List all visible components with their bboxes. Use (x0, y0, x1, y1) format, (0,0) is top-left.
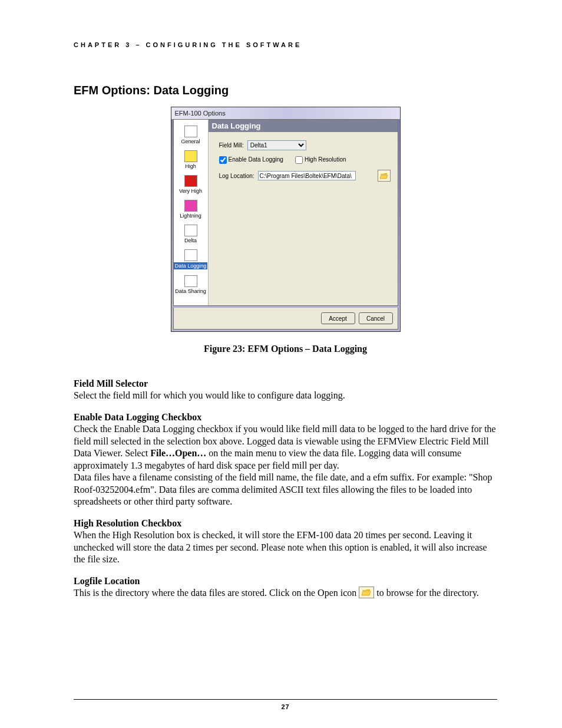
body-text: This is the directory where the data fil… (74, 588, 359, 598)
sidebar-item-veryhigh[interactable]: Very High (174, 173, 208, 197)
field-mill-select[interactable]: Delta1 (247, 140, 306, 150)
heading-enable-logging: Enable Data Logging Checkbox (74, 412, 201, 422)
datasharing-icon (184, 275, 197, 287)
sidebar-item-delta[interactable]: Delta (174, 222, 208, 247)
panel-title: Data Logging (209, 120, 398, 132)
cancel-button[interactable]: Cancel (359, 312, 393, 324)
options-dialog: EFM-100 Options General High Very High L… (171, 107, 401, 332)
bold-text: File…Open… (150, 448, 206, 458)
open-folder-icon (380, 172, 388, 179)
high-icon (184, 150, 197, 162)
sidebar-item-label: Delta (184, 238, 197, 243)
delta-icon (184, 225, 197, 236)
open-folder-icon (359, 587, 374, 598)
figure-caption: Figure 23: EFM Options – Data Logging (74, 344, 497, 354)
high-resolution-checkbox[interactable]: High Resolution (295, 156, 346, 164)
browse-button[interactable] (378, 170, 391, 182)
lightning-icon (184, 200, 197, 212)
sidebar-item-lightning[interactable]: Lightning (174, 197, 208, 222)
sidebar-item-label: Very High (179, 188, 202, 194)
sidebar-item-general[interactable]: General (174, 123, 208, 148)
accept-button[interactable]: Accept (321, 312, 355, 324)
field-mill-label: Field Mill: (219, 142, 244, 149)
heading-logfile-location: Logfile Location (74, 576, 140, 586)
veryhigh-icon (184, 175, 197, 187)
body-text: Select the field mill for which you woul… (74, 390, 345, 400)
page-number: 27 (74, 699, 497, 710)
body-text: Data files have a filename consisting of… (74, 472, 492, 506)
sidebar-item-datalogging[interactable]: Data Logging (174, 247, 208, 273)
sidebar-item-label: Data Sharing (175, 288, 206, 294)
log-location-input[interactable] (258, 171, 356, 180)
body-text: When the High Resolution box is checked,… (74, 530, 487, 564)
checkbox-label: Enable Data Logging (229, 156, 283, 163)
sidebar-item-label: General (181, 139, 200, 144)
log-location-label: Log Location: (219, 173, 254, 179)
titlebar: EFM-100 Options (171, 107, 400, 119)
sidebar-item-label: High (185, 163, 196, 169)
sidebar-item-label: Lightning (180, 213, 201, 219)
heading-high-resolution: High Resolution Checkbox (74, 518, 181, 528)
chapter-header: CHAPTER 3 – CONFIGURING THE SOFTWARE (74, 41, 497, 48)
heading-field-mill: Field Mill Selector (74, 378, 148, 388)
datalogging-icon (184, 249, 197, 261)
sidebar-item-high[interactable]: High (174, 148, 208, 173)
body-text: to browse for the directory. (374, 588, 479, 598)
sidebar-item-label: Data Logging (174, 262, 208, 269)
sidebar: General High Very High Lightning Delta (174, 120, 209, 305)
sidebar-item-datasharing[interactable]: Data Sharing (174, 273, 208, 298)
section-title: EFM Options: Data Logging (74, 84, 497, 97)
checkbox-label: High Resolution (305, 156, 346, 163)
folder-icon (184, 126, 197, 137)
enable-logging-checkbox[interactable]: Enable Data Logging (219, 156, 283, 164)
